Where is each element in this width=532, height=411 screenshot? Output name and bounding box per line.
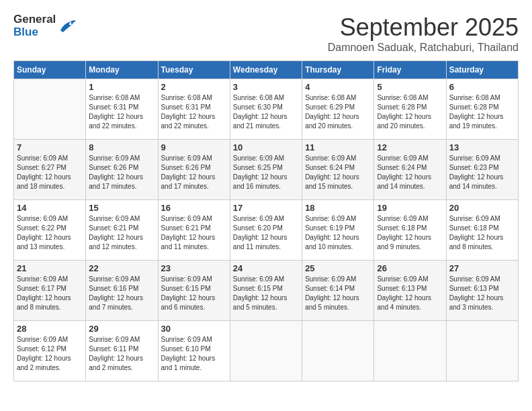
day-info: Sunrise: 6:08 AM Sunset: 6:31 PM Dayligh…	[161, 93, 227, 131]
day-number: 8	[89, 142, 154, 152]
day-cell: 9Sunrise: 6:09 AM Sunset: 6:26 PM Daylig…	[158, 140, 230, 200]
day-cell	[446, 321, 518, 381]
day-info: Sunrise: 6:08 AM Sunset: 6:29 PM Dayligh…	[305, 93, 371, 131]
day-cell	[302, 321, 374, 381]
day-number: 21	[17, 263, 83, 273]
day-cell: 30Sunrise: 6:09 AM Sunset: 6:10 PM Dayli…	[158, 321, 230, 381]
location-subtitle: Damnoen Saduak, Ratchaburi, Thailand	[328, 42, 519, 54]
logo-bird-icon	[57, 18, 77, 34]
day-number: 27	[449, 263, 515, 273]
day-info: Sunrise: 6:09 AM Sunset: 6:16 PM Dayligh…	[89, 275, 154, 312]
day-number: 1	[89, 82, 154, 92]
day-number: 16	[161, 203, 227, 213]
day-cell: 28Sunrise: 6:09 AM Sunset: 6:12 PM Dayli…	[14, 321, 86, 381]
day-info: Sunrise: 6:09 AM Sunset: 6:20 PM Dayligh…	[233, 214, 299, 252]
day-info: Sunrise: 6:09 AM Sunset: 6:25 PM Dayligh…	[233, 154, 299, 191]
logo: General Blue	[13, 13, 77, 38]
day-info: Sunrise: 6:09 AM Sunset: 6:26 PM Dayligh…	[161, 154, 227, 191]
header-cell-sunday: Sunday	[14, 61, 86, 79]
day-number: 11	[305, 142, 371, 152]
day-number: 24	[233, 263, 299, 273]
month-title: September 2025	[328, 13, 519, 42]
day-info: Sunrise: 6:09 AM Sunset: 6:26 PM Dayligh…	[89, 154, 154, 191]
day-info: Sunrise: 6:09 AM Sunset: 6:12 PM Dayligh…	[17, 335, 83, 373]
week-row-4: 21Sunrise: 6:09 AM Sunset: 6:17 PM Dayli…	[14, 261, 519, 321]
day-info: Sunrise: 6:09 AM Sunset: 6:24 PM Dayligh…	[305, 154, 371, 191]
header-cell-friday: Friday	[374, 61, 446, 79]
day-info: Sunrise: 6:09 AM Sunset: 6:27 PM Dayligh…	[17, 154, 83, 191]
day-cell: 12Sunrise: 6:09 AM Sunset: 6:24 PM Dayli…	[374, 140, 446, 200]
day-info: Sunrise: 6:09 AM Sunset: 6:15 PM Dayligh…	[161, 275, 227, 312]
day-cell: 16Sunrise: 6:09 AM Sunset: 6:21 PM Dayli…	[158, 200, 230, 261]
day-cell: 24Sunrise: 6:09 AM Sunset: 6:15 PM Dayli…	[230, 261, 302, 321]
day-number: 17	[233, 203, 299, 213]
day-number: 29	[89, 324, 154, 334]
calendar-body: 1Sunrise: 6:08 AM Sunset: 6:31 PM Daylig…	[14, 79, 519, 381]
day-info: Sunrise: 6:08 AM Sunset: 6:28 PM Dayligh…	[377, 93, 443, 131]
day-cell	[374, 321, 446, 381]
day-number: 12	[377, 142, 443, 152]
day-cell: 5Sunrise: 6:08 AM Sunset: 6:28 PM Daylig…	[374, 79, 446, 140]
day-cell: 18Sunrise: 6:09 AM Sunset: 6:19 PM Dayli…	[302, 200, 374, 261]
day-cell: 6Sunrise: 6:08 AM Sunset: 6:28 PM Daylig…	[446, 79, 518, 140]
day-number: 28	[17, 324, 83, 334]
day-cell: 26Sunrise: 6:09 AM Sunset: 6:13 PM Dayli…	[374, 261, 446, 321]
day-number: 20	[449, 203, 515, 213]
day-info: Sunrise: 6:09 AM Sunset: 6:23 PM Dayligh…	[449, 154, 515, 191]
day-cell: 4Sunrise: 6:08 AM Sunset: 6:29 PM Daylig…	[302, 79, 374, 140]
day-number: 30	[161, 324, 227, 334]
day-number: 10	[233, 142, 299, 152]
header-cell-tuesday: Tuesday	[158, 61, 230, 79]
header-cell-thursday: Thursday	[302, 61, 374, 79]
title-block: September 2025 Damnoen Saduak, Ratchabur…	[328, 13, 519, 54]
calendar-table: SundayMondayTuesdayWednesdayThursdayFrid…	[13, 60, 519, 381]
week-row-2: 7Sunrise: 6:09 AM Sunset: 6:27 PM Daylig…	[14, 140, 519, 200]
calendar-header: SundayMondayTuesdayWednesdayThursdayFrid…	[14, 61, 519, 79]
day-number: 13	[449, 142, 515, 152]
day-cell: 25Sunrise: 6:09 AM Sunset: 6:14 PM Dayli…	[302, 261, 374, 321]
header-cell-monday: Monday	[86, 61, 158, 79]
day-number: 9	[161, 142, 227, 152]
day-number: 14	[17, 203, 83, 213]
day-info: Sunrise: 6:09 AM Sunset: 6:10 PM Dayligh…	[161, 335, 227, 373]
day-cell: 1Sunrise: 6:08 AM Sunset: 6:31 PM Daylig…	[86, 79, 158, 140]
day-info: Sunrise: 6:08 AM Sunset: 6:31 PM Dayligh…	[89, 93, 154, 131]
day-cell	[14, 79, 86, 140]
header-cell-wednesday: Wednesday	[230, 61, 302, 79]
day-number: 22	[89, 263, 154, 273]
day-info: Sunrise: 6:09 AM Sunset: 6:15 PM Dayligh…	[233, 275, 299, 312]
day-cell: 8Sunrise: 6:09 AM Sunset: 6:26 PM Daylig…	[86, 140, 158, 200]
page-header: General Blue September 2025 Damnoen Sadu…	[13, 13, 519, 54]
day-number: 4	[305, 82, 371, 92]
day-cell: 10Sunrise: 6:09 AM Sunset: 6:25 PM Dayli…	[230, 140, 302, 200]
day-info: Sunrise: 6:09 AM Sunset: 6:21 PM Dayligh…	[161, 214, 227, 252]
day-info: Sunrise: 6:09 AM Sunset: 6:13 PM Dayligh…	[449, 275, 515, 312]
day-info: Sunrise: 6:09 AM Sunset: 6:18 PM Dayligh…	[377, 214, 443, 252]
day-cell: 27Sunrise: 6:09 AM Sunset: 6:13 PM Dayli…	[446, 261, 518, 321]
header-row: SundayMondayTuesdayWednesdayThursdayFrid…	[14, 61, 519, 79]
day-number: 15	[89, 203, 154, 213]
day-info: Sunrise: 6:09 AM Sunset: 6:17 PM Dayligh…	[17, 275, 83, 312]
day-number: 25	[305, 263, 371, 273]
day-number: 2	[161, 82, 227, 92]
day-cell: 7Sunrise: 6:09 AM Sunset: 6:27 PM Daylig…	[14, 140, 86, 200]
day-info: Sunrise: 6:09 AM Sunset: 6:21 PM Dayligh…	[89, 214, 154, 252]
day-cell: 20Sunrise: 6:09 AM Sunset: 6:18 PM Dayli…	[446, 200, 518, 261]
day-number: 3	[233, 82, 299, 92]
day-number: 26	[377, 263, 443, 273]
day-cell: 14Sunrise: 6:09 AM Sunset: 6:22 PM Dayli…	[14, 200, 86, 261]
day-cell: 23Sunrise: 6:09 AM Sunset: 6:15 PM Dayli…	[158, 261, 230, 321]
day-cell: 11Sunrise: 6:09 AM Sunset: 6:24 PM Dayli…	[302, 140, 374, 200]
day-info: Sunrise: 6:09 AM Sunset: 6:13 PM Dayligh…	[377, 275, 443, 312]
week-row-5: 28Sunrise: 6:09 AM Sunset: 6:12 PM Dayli…	[14, 321, 519, 381]
day-number: 6	[449, 82, 515, 92]
day-cell: 15Sunrise: 6:09 AM Sunset: 6:21 PM Dayli…	[86, 200, 158, 261]
week-row-3: 14Sunrise: 6:09 AM Sunset: 6:22 PM Dayli…	[14, 200, 519, 261]
day-cell: 22Sunrise: 6:09 AM Sunset: 6:16 PM Dayli…	[86, 261, 158, 321]
day-info: Sunrise: 6:09 AM Sunset: 6:19 PM Dayligh…	[305, 214, 371, 252]
day-cell: 29Sunrise: 6:09 AM Sunset: 6:11 PM Dayli…	[86, 321, 158, 381]
header-cell-saturday: Saturday	[446, 61, 518, 79]
day-number: 5	[377, 82, 443, 92]
logo-blue: Blue	[13, 26, 56, 39]
day-cell: 13Sunrise: 6:09 AM Sunset: 6:23 PM Dayli…	[446, 140, 518, 200]
